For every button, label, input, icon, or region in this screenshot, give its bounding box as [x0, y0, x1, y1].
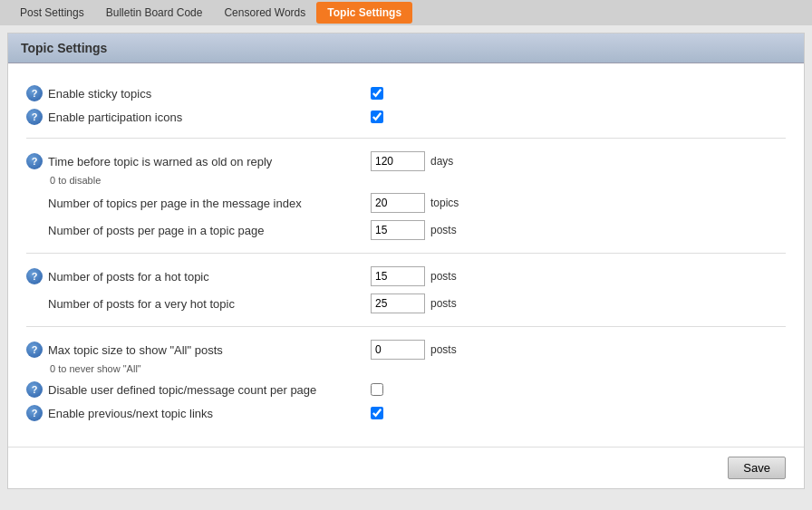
label-topics-per-page: Number of topics per page in the message… [26, 197, 371, 210]
group-hot: ? Number of posts for a hot topic posts … [26, 254, 786, 327]
tab-bulletin-board-code[interactable]: Bulletin Board Code [95, 2, 214, 24]
unit-hot-topic: posts [430, 270, 457, 283]
tab-censored-words[interactable]: Censored Words [213, 2, 316, 24]
label-very-hot-topic: Number of posts for a very hot topic [26, 297, 371, 311]
footer-row: Save [8, 447, 804, 488]
label-enable-sticky: ? Enable sticky topics [26, 85, 371, 101]
control-time-warned: days [371, 151, 453, 171]
control-posts-per-page: posts [371, 220, 457, 240]
help-icon-disable-user-count[interactable]: ? [26, 381, 43, 398]
row-very-hot-topic: Number of posts for a very hot topic pos… [26, 290, 786, 317]
help-icon-participation[interactable]: ? [26, 109, 43, 125]
section-header: Topic Settings [8, 34, 804, 63]
control-max-topic-size: posts [371, 340, 457, 360]
row-posts-per-page: Number of posts per page in a topic page… [26, 217, 786, 244]
label-enable-prev-next: ? Enable previous/next topic links [26, 405, 371, 421]
tab-post-settings[interactable]: Post Settings [9, 2, 95, 24]
help-icon-prev-next[interactable]: ? [26, 405, 43, 421]
label-time-warned-text: Time before topic is warned as old on re… [48, 155, 272, 168]
sub-label-max-topic: 0 to never show "All" [50, 363, 786, 378]
control-participation [371, 111, 383, 123]
label-posts-per-page: Number of posts per page in a topic page [26, 224, 371, 237]
row-enable-sticky: ? Enable sticky topics [26, 82, 786, 105]
label-enable-participation: ? Enable participation icons [26, 109, 371, 125]
label-max-topic-size: ? Max topic size to show "All" posts [26, 342, 371, 358]
checkbox-enable-sticky[interactable] [371, 87, 383, 100]
row-max-topic-size: ? Max topic size to show "All" posts pos… [26, 336, 786, 363]
control-very-hot-topic: posts [371, 293, 457, 313]
control-enable-prev-next [371, 407, 383, 419]
label-max-topic-size-text: Max topic size to show "All" posts [48, 343, 223, 357]
control-sticky [371, 87, 383, 100]
input-very-hot-topic[interactable] [371, 293, 425, 313]
group-timing: ? Time before topic is warned as old on … [26, 139, 786, 254]
main-content: Topic Settings ? Enable sticky topics ? … [7, 33, 805, 489]
help-icon-max-topic[interactable]: ? [26, 342, 43, 358]
row-disable-user-count: ? Disable user defined topic/message cou… [26, 378, 786, 401]
control-topics-per-page: topics [371, 193, 459, 213]
row-time-warned: ? Time before topic is warned as old on … [26, 148, 786, 175]
input-posts-per-page[interactable] [371, 220, 425, 240]
sub-label-time-warned: 0 to disable [50, 175, 786, 189]
row-enable-participation: ? Enable participation icons [26, 105, 786, 129]
save-button[interactable]: Save [728, 457, 786, 479]
label-disable-user-count: ? Disable user defined topic/message cou… [26, 381, 371, 398]
input-time-warned[interactable] [371, 151, 425, 171]
control-hot-topic: posts [371, 266, 457, 286]
row-topics-per-page: Number of topics per page in the message… [26, 189, 786, 217]
label-very-hot-topic-text: Number of posts for a very hot topic [48, 297, 235, 311]
label-hot-topic-text: Number of posts for a hot topic [48, 270, 209, 284]
checkbox-enable-prev-next[interactable] [371, 407, 383, 419]
label-time-warned: ? Time before topic is warned as old on … [26, 153, 371, 169]
unit-very-hot-topic: posts [430, 297, 457, 310]
unit-topics-per-page: topics [430, 197, 459, 209]
label-participation-text: Enable participation icons [48, 111, 182, 124]
input-topics-per-page[interactable] [371, 193, 425, 213]
label-posts-per-page-text: Number of posts per page in a topic page [48, 224, 264, 237]
label-disable-user-count-text: Disable user defined topic/message count… [48, 383, 316, 397]
content-body: ? Enable sticky topics ? Enable particip… [8, 63, 804, 443]
label-hot-topic: ? Number of posts for a hot topic [26, 268, 371, 284]
input-hot-topic[interactable] [371, 266, 425, 286]
group-all-posts: ? Max topic size to show "All" posts pos… [26, 327, 786, 434]
unit-max-topic-size: posts [430, 343, 457, 356]
section-title: Topic Settings [21, 41, 107, 55]
row-hot-topic: ? Number of posts for a hot topic posts [26, 263, 786, 290]
group-sticky: ? Enable sticky topics ? Enable particip… [26, 72, 786, 139]
tab-bar: Post Settings Bulletin Board Code Censor… [0, 0, 812, 25]
help-icon-time-warned[interactable]: ? [26, 153, 43, 169]
label-enable-prev-next-text: Enable previous/next topic links [48, 407, 213, 420]
tab-topic-settings[interactable]: Topic Settings [316, 2, 412, 24]
label-sticky-text: Enable sticky topics [48, 87, 151, 101]
control-disable-user-count [371, 383, 383, 396]
checkbox-disable-user-count[interactable] [371, 383, 383, 396]
unit-time-warned: days [430, 155, 453, 168]
help-icon-hot-topic[interactable]: ? [26, 268, 43, 284]
input-max-topic-size[interactable] [371, 340, 425, 360]
label-topics-per-page-text: Number of topics per page in the message… [48, 197, 302, 210]
row-enable-prev-next: ? Enable previous/next topic links [26, 401, 786, 425]
checkbox-enable-participation[interactable] [371, 111, 383, 123]
unit-posts-per-page: posts [430, 224, 457, 236]
help-icon-sticky[interactable]: ? [26, 85, 43, 101]
